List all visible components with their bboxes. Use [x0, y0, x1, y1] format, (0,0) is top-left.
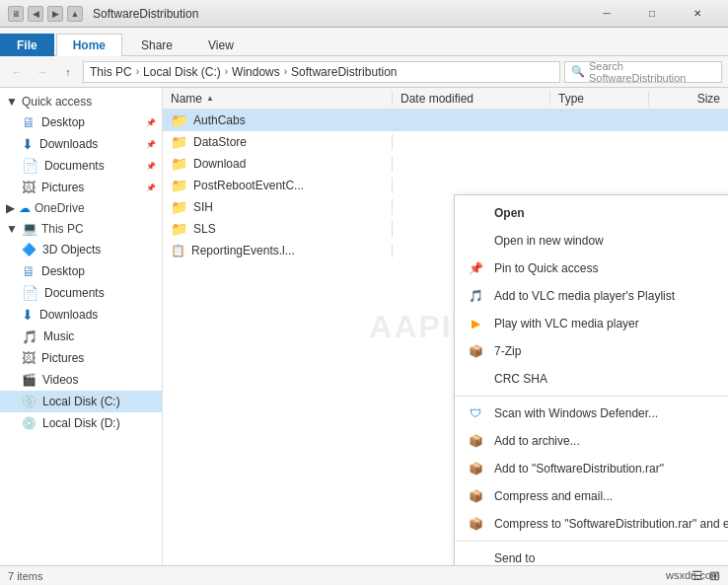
- sidebar-item-3dobjects[interactable]: 🔷 3D Objects: [0, 239, 162, 260]
- maximize-button[interactable]: □: [629, 0, 675, 28]
- file-list: Name ▲ Date modified Type Size 📁 AuthCab…: [163, 88, 728, 565]
- title-bar-icons: 🖥 ◀ ▶ ▲: [8, 6, 83, 22]
- sidebar-item-pictures-pc[interactable]: 🖼 Pictures: [0, 347, 162, 369]
- file-name: PostRebootEventC...: [193, 179, 304, 192]
- ctx-pin-quick[interactable]: 📌 Pin to Quick access: [455, 255, 728, 282]
- table-row[interactable]: 📁 PostRebootEventC...: [163, 175, 728, 196]
- forward-icon-title[interactable]: ▶: [47, 6, 63, 22]
- sidebar-item-local-disk-d[interactable]: 💿 Local Disk (D:): [0, 412, 162, 434]
- ctx-add-rar[interactable]: 📦 Add to "SoftwareDistribution.rar": [455, 455, 728, 482]
- ribbon: File Home Share View: [0, 28, 728, 56]
- sidebar-item-label: Documents: [44, 159, 105, 173]
- 7zip-icon: 📦: [467, 342, 484, 360]
- sidebar-item-desktop[interactable]: 🖥 Desktop 📌: [0, 111, 162, 133]
- ctx-compress-email[interactable]: 📦 Compress and email...: [455, 482, 728, 510]
- sidebar-item-label: Downloads: [39, 137, 98, 151]
- open-icon: [467, 204, 484, 222]
- up-icon-title[interactable]: ▲: [67, 6, 83, 22]
- downloads-icon: ⬇: [22, 307, 34, 323]
- ctx-compress-rar-email[interactable]: 📦 Compress to "SoftwareDistribution.rar"…: [455, 510, 728, 538]
- ctx-label: Open: [494, 206, 525, 220]
- table-row[interactable]: 📁 AuthCabs: [163, 110, 728, 131]
- file-name: SLS: [193, 222, 216, 236]
- sidebar-item-desktop-pc[interactable]: 🖥 Desktop: [0, 260, 162, 282]
- sidebar-item-downloads-quick[interactable]: ⬇ Downloads 📌: [0, 133, 162, 155]
- add-rar-icon: 📦: [467, 460, 484, 477]
- pin-icon: 📌: [146, 162, 156, 171]
- quick-access-header[interactable]: ▼ Quick access: [0, 92, 162, 111]
- col-header-date[interactable]: Date modified: [393, 92, 550, 106]
- ctx-crc-sha[interactable]: CRC SHA ›: [455, 365, 728, 393]
- sidebar-item-pictures-quick[interactable]: 🖼 Pictures 📌: [0, 177, 162, 198]
- table-row[interactable]: 📁 DataStore: [163, 131, 728, 153]
- folder-icon: 📁: [171, 199, 187, 215]
- ctx-send-to[interactable]: Send to ›: [455, 545, 728, 565]
- search-icon: 🔍: [571, 65, 585, 78]
- path-arrow-2: ›: [225, 66, 228, 77]
- tab-view[interactable]: View: [191, 34, 251, 56]
- ctx-label: CRC SHA: [494, 372, 547, 386]
- context-menu: Open Open in new window 📌 Pin to Quick a…: [454, 194, 728, 565]
- address-bar: ← → ↑ This PC › Local Disk (C:) › Window…: [0, 56, 728, 88]
- sidebar-item-documents-quick[interactable]: 📄 Documents 📌: [0, 155, 162, 177]
- ctx-label: Compress and email...: [494, 489, 613, 503]
- col-header-size[interactable]: Size: [649, 92, 728, 106]
- ctx-open[interactable]: Open: [455, 199, 728, 227]
- tab-share[interactable]: Share: [124, 34, 189, 56]
- file-icon: 📋: [171, 244, 185, 257]
- sidebar-item-downloads-pc[interactable]: ⬇ Downloads: [0, 304, 162, 326]
- sidebar-item-label: Local Disk (D:): [42, 416, 120, 430]
- table-row[interactable]: 📁 Download: [163, 153, 728, 175]
- sidebar-item-label: Local Disk (C:): [42, 395, 120, 408]
- sidebar-item-label: Quick access: [22, 95, 92, 109]
- minimize-button[interactable]: ─: [584, 0, 629, 28]
- file-list-header: Name ▲ Date modified Type Size: [163, 88, 728, 110]
- main-layout: ▼ Quick access 🖥 Desktop 📌 ⬇ Downloads 📌…: [0, 88, 728, 565]
- status-bar: 7 items ☰ ⊞: [0, 565, 728, 585]
- pin-icon: 📌: [146, 140, 156, 149]
- sidebar-item-label: Music: [43, 329, 74, 343]
- sidebar-item-videos[interactable]: 🎬 Videos: [0, 369, 162, 391]
- ctx-label: 7-Zip: [494, 344, 521, 358]
- sidebar-item-label: Desktop: [41, 115, 85, 129]
- expand-icon: ▼: [6, 95, 18, 109]
- onedrive-header[interactable]: ▶ ☁ OneDrive: [0, 198, 162, 218]
- music-icon: 🎵: [22, 329, 37, 344]
- sidebar-item-music[interactable]: 🎵 Music: [0, 326, 162, 347]
- ctx-vlc-play[interactable]: ▶ Play with VLC media player: [455, 310, 728, 337]
- tab-file[interactable]: File: [0, 34, 54, 56]
- path-arrow-3: ›: [284, 66, 287, 77]
- col-header-name[interactable]: Name ▲: [163, 92, 393, 106]
- sidebar-item-documents-pc[interactable]: 📄 Documents: [0, 282, 162, 304]
- back-icon-title[interactable]: ◀: [28, 6, 43, 22]
- sidebar-item-label: OneDrive: [35, 201, 85, 215]
- search-box[interactable]: 🔍 Search SoftwareDistribution: [564, 61, 722, 83]
- ctx-label: Scan with Windows Defender...: [494, 406, 658, 420]
- sidebar-item-label: 3D Objects: [42, 243, 101, 256]
- close-button[interactable]: ✕: [675, 0, 720, 28]
- ctx-label: Send to: [494, 551, 535, 565]
- thispc-header[interactable]: ▼ 💻 This PC: [0, 218, 162, 239]
- back-button[interactable]: ←: [6, 61, 28, 83]
- ctx-open-new-window[interactable]: Open in new window: [455, 227, 728, 255]
- forward-button[interactable]: →: [32, 61, 53, 83]
- sidebar-item-local-disk-c[interactable]: 💿 Local Disk (C:): [0, 391, 162, 412]
- expand-icon: ▶: [6, 201, 15, 215]
- ctx-7zip[interactable]: 📦 7-Zip ›: [455, 337, 728, 365]
- ctx-scan-defender[interactable]: 🛡 Scan with Windows Defender...: [455, 400, 728, 427]
- up-button[interactable]: ↑: [57, 61, 79, 83]
- archive-icon: 📦: [467, 432, 484, 450]
- documents-icon: 📄: [22, 158, 38, 174]
- thispc-icon: 💻: [22, 221, 37, 236]
- ctx-divider-1: [455, 396, 728, 397]
- sidebar-item-label: Documents: [44, 286, 105, 300]
- pictures-icon: 🖼: [22, 350, 36, 366]
- tab-home[interactable]: Home: [56, 34, 122, 56]
- compress-rar-icon: 📦: [467, 515, 484, 533]
- ctx-vlc-playlist[interactable]: 🎵 Add to VLC media player's Playlist: [455, 282, 728, 310]
- ctx-add-archive[interactable]: 📦 Add to archive...: [455, 427, 728, 455]
- address-path[interactable]: This PC › Local Disk (C:) › Windows › So…: [83, 61, 560, 83]
- pin-icon: 📌: [467, 259, 484, 277]
- defender-icon: 🛡: [467, 404, 484, 422]
- col-header-type[interactable]: Type: [550, 92, 649, 106]
